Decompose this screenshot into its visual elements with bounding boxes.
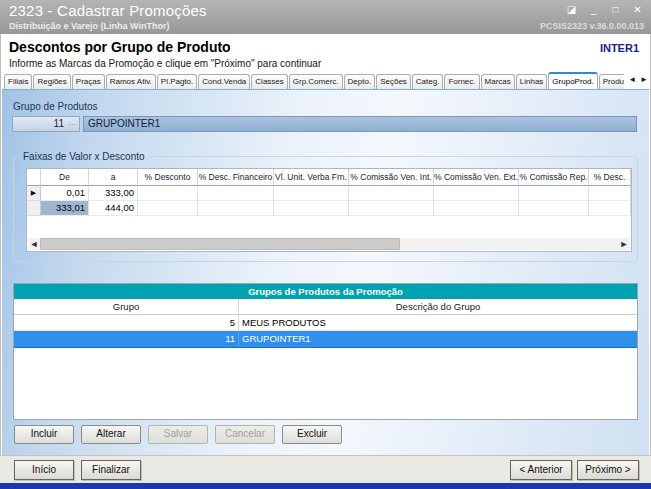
tab-pl-pagto[interactable]: Pl.Pagto.	[157, 74, 197, 89]
anterior-button[interactable]: < Anterior	[510, 460, 572, 480]
app-window: 2323 - Cadastrar Promoções Distribuição …	[0, 0, 651, 489]
cell-a[interactable]: 333,00	[89, 186, 138, 201]
window-title: 2323 - Cadastrar Promoções	[9, 2, 207, 19]
tab-depto[interactable]: Depto.	[344, 74, 376, 89]
scroll-right-icon[interactable]: ►	[618, 238, 630, 250]
salvar-button: Salvar	[148, 425, 208, 444]
col-header-desc-trunc: % Desc.	[589, 169, 631, 186]
maximize-icon[interactable]: □	[609, 3, 622, 16]
grid-cell-empty[interactable]	[274, 201, 349, 216]
faixas-grid: De a % Desconto % Desc. Financeiro Vl. U…	[26, 168, 632, 252]
col-header-comissao-ven-int: % Comissão Ven. Int.	[349, 169, 434, 186]
tab-scroll-right-icon[interactable]: ►	[640, 74, 648, 86]
faixas-row[interactable]: ▶ 0,01 333,00	[27, 186, 631, 201]
grid-cell-empty[interactable]	[138, 186, 198, 201]
cell-descricao[interactable]: MEUS PRODUTOS	[239, 315, 637, 330]
alterar-button[interactable]: Alterar	[81, 425, 141, 444]
titlebar: 2323 - Cadastrar Promoções Distribuição …	[0, 0, 651, 34]
tab-scroll-buttons: ◄ ►	[628, 74, 648, 86]
grupo-codigo-field[interactable]: 11 …	[12, 116, 80, 132]
col-header-comissao-rep: % Comissão Rep.	[519, 169, 589, 186]
grid-cell-empty[interactable]	[198, 186, 274, 201]
scroll-left-icon[interactable]: ◄	[28, 238, 40, 250]
col-header-desconto: % Desconto	[138, 169, 198, 186]
table-row[interactable]: 5 MEUS PRODUTOS	[14, 315, 637, 331]
grid-cell-empty[interactable]	[349, 186, 434, 201]
horizontal-scrollbar[interactable]: ◄ ►	[28, 238, 630, 250]
tab-regioes[interactable]: Regiões	[33, 74, 70, 89]
col-header-descricao-grupo: Descrição do Grupo	[239, 299, 637, 314]
instruction-text: Informe as Marcas da Promoção e clique e…	[9, 58, 321, 69]
cell-de-selected[interactable]: 333,01	[41, 201, 89, 216]
lookup-ellipsis-icon[interactable]: …	[68, 117, 77, 127]
col-header-comissao-ven-ext: % Comissão Ven. Ext.	[434, 169, 519, 186]
user-badge: INTER1	[600, 42, 639, 54]
tab-marcas[interactable]: Marcas	[481, 74, 515, 89]
tab-fornec[interactable]: Fornec.	[444, 74, 479, 89]
inicio-button[interactable]: Início	[14, 460, 74, 480]
current-row-indicator-icon: ▶	[27, 186, 41, 201]
version-label: PCSIS2323 v.36.0.00.013	[540, 21, 644, 31]
grupo-codigo-value: 11	[54, 118, 64, 129]
scrollbar-thumb[interactable]	[40, 238, 400, 250]
col-header-desc-financeiro: % Desc. Financeiro	[198, 169, 274, 186]
excluir-button[interactable]: Excluir	[282, 425, 342, 444]
grid-cell-empty[interactable]	[434, 186, 519, 201]
grid-cell-empty[interactable]	[519, 201, 589, 216]
tab-filiais[interactable]: Filiais	[4, 74, 32, 89]
col-header-de: De	[41, 169, 89, 186]
cell-grupo[interactable]: 5	[14, 315, 239, 330]
tab-grupoprod[interactable]: GrupoProd.	[548, 72, 597, 89]
cell-grupo[interactable]: 11	[14, 331, 239, 347]
tab-categ[interactable]: Categ.	[412, 74, 444, 89]
tab-ramos-ativ[interactable]: Ramos Ativ.	[106, 74, 156, 89]
table-row-selected[interactable]: 11 GRUPOINTER1	[14, 331, 637, 348]
window-controls: ◪ _ □ ✕	[565, 3, 644, 16]
cancelar-button: Cancelar	[215, 425, 275, 444]
faixas-grid-header: De a % Desconto % Desc. Financeiro Vl. U…	[27, 169, 631, 186]
tab-linhas[interactable]: Linhas	[516, 74, 548, 89]
tab-secoes[interactable]: Seções	[376, 74, 411, 89]
page-title: Descontos por Grupo de Produto	[9, 39, 231, 55]
cell-descricao[interactable]: GRUPOINTER1	[239, 331, 637, 347]
col-header-a: a	[89, 169, 138, 186]
window-subtitle: Distribuição e Varejo (Linha WinThor)	[9, 21, 169, 31]
grid-cell-empty[interactable]	[349, 201, 434, 216]
finalizar-button[interactable]: Finalizar	[81, 460, 141, 480]
grid-cell-empty[interactable]	[519, 186, 589, 201]
promo-grupos-table: Grupos de Produtos da Promoção Grupo Des…	[13, 283, 638, 420]
shade-icon[interactable]: ◪	[565, 3, 578, 16]
promo-table-title: Grupos de Produtos da Promoção	[14, 284, 637, 299]
tab-pracas[interactable]: Praças	[72, 74, 105, 89]
grid-cell-empty[interactable]	[138, 201, 198, 216]
promo-table-header: Grupo Descrição do Grupo	[14, 299, 637, 315]
grid-cell-empty[interactable]	[434, 201, 519, 216]
faixas-row[interactable]: 333,01 444,00	[27, 201, 631, 216]
tab-grp-comerc[interactable]: Grp.Comerc.	[289, 74, 343, 89]
cell-de[interactable]: 0,01	[41, 186, 89, 201]
tab-scroll-left-icon[interactable]: ◄	[628, 74, 636, 86]
col-header-vl-unit-verba: Vl. Unit. Verba Frn.	[274, 169, 349, 186]
minimize-icon[interactable]: _	[587, 3, 600, 16]
bottom-status-bar	[0, 483, 651, 489]
row-indicator-cell	[27, 201, 41, 216]
grid-cell-empty[interactable]	[589, 201, 631, 216]
incluir-button[interactable]: Incluir	[14, 425, 74, 444]
tab-produtos[interactable]: Produtos	[599, 74, 624, 89]
wizard-tabstrip: Filiais Regiões Praças Ramos Ativ. Pl.Pa…	[4, 71, 624, 89]
grid-corner-cell	[27, 169, 41, 186]
faixas-groupbox-label: Faixas de Valor x Desconto	[20, 151, 148, 162]
proximo-button[interactable]: Próximo >	[577, 460, 639, 480]
grupo-produtos-label: Grupo de Produtos	[13, 101, 98, 112]
grid-cell-empty[interactable]	[198, 201, 274, 216]
grid-cell-empty[interactable]	[274, 186, 349, 201]
tab-classes[interactable]: Classes	[251, 74, 287, 89]
cell-a[interactable]: 444,00	[89, 201, 138, 216]
col-header-grupo: Grupo	[14, 299, 239, 314]
grid-cell-empty[interactable]	[589, 186, 631, 201]
grupo-descricao-field[interactable]: GRUPOINTER1	[83, 116, 637, 132]
close-icon[interactable]: ✕	[631, 3, 644, 16]
tab-cond-venda[interactable]: Cond.Venda	[198, 74, 250, 89]
